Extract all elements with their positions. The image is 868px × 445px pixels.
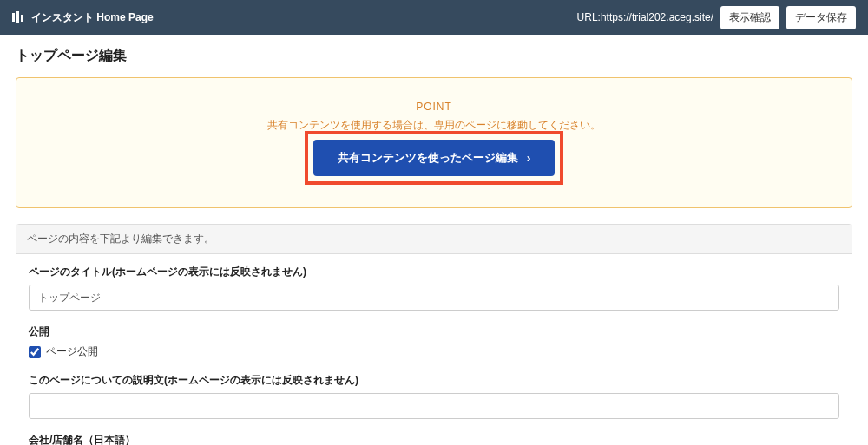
- publish-label: 公開: [29, 324, 839, 339]
- page-title-input[interactable]: [29, 285, 839, 311]
- preview-button[interactable]: 表示確認: [720, 6, 779, 29]
- logo-icon: [12, 11, 26, 23]
- panel-body: ページのタイトル(ホームページの表示には反映されません) 公開 ページ公開 この…: [16, 254, 852, 445]
- company-label: 会社/店舗名（日本語）: [29, 433, 839, 445]
- main-container: トップページ編集 POINT 共有コンテンツを使用する場合は、専用のページに移動…: [0, 35, 868, 445]
- highlight-frame: 共有コンテンツを使ったページ編集 ›: [305, 131, 564, 185]
- description-group: このページについての説明文(ホームページの表示には反映されません): [29, 373, 839, 419]
- point-label: POINT: [34, 101, 834, 113]
- publish-checkbox[interactable]: [29, 346, 41, 358]
- header-right: URL:https://trial202.aceg.site/ 表示確認 データ…: [577, 6, 856, 29]
- publish-checkbox-row: ページ公開: [29, 344, 839, 359]
- publish-checkbox-label: ページ公開: [46, 344, 98, 359]
- page-title: トップページ編集: [16, 47, 852, 65]
- page-title-label: ページのタイトル(ホームページの表示には反映されません): [29, 265, 839, 279]
- publish-group: 公開 ページ公開: [29, 324, 839, 359]
- svg-rect-1: [16, 11, 19, 23]
- description-input[interactable]: [29, 393, 839, 419]
- brand-text: インスタント Home Page: [31, 10, 154, 25]
- shared-content-button-label: 共有コンテンツを使ったページ編集: [338, 150, 518, 166]
- save-button[interactable]: データ保存: [786, 6, 856, 29]
- page-title-group: ページのタイトル(ホームページの表示には反映されません): [29, 265, 839, 311]
- shared-content-edit-button[interactable]: 共有コンテンツを使ったページ編集 ›: [313, 140, 556, 176]
- company-group: 会社/店舗名（日本語）: [29, 433, 839, 445]
- app-header: インスタント Home Page URL:https://trial202.ac…: [0, 0, 868, 35]
- description-label: このページについての説明文(ホームページの表示には反映されません): [29, 373, 839, 388]
- edit-panel: ページの内容を下記より編集できます。 ページのタイトル(ホームページの表示には反…: [16, 224, 852, 445]
- url-display: URL:https://trial202.aceg.site/: [577, 11, 713, 23]
- point-box: POINT 共有コンテンツを使用する場合は、専用のページに移動してください。 共…: [16, 77, 852, 208]
- panel-header: ページの内容を下記より編集できます。: [16, 225, 852, 254]
- svg-rect-0: [12, 13, 15, 22]
- svg-rect-2: [21, 15, 23, 22]
- chevron-right-icon: ›: [527, 151, 531, 165]
- header-left: インスタント Home Page: [12, 10, 154, 25]
